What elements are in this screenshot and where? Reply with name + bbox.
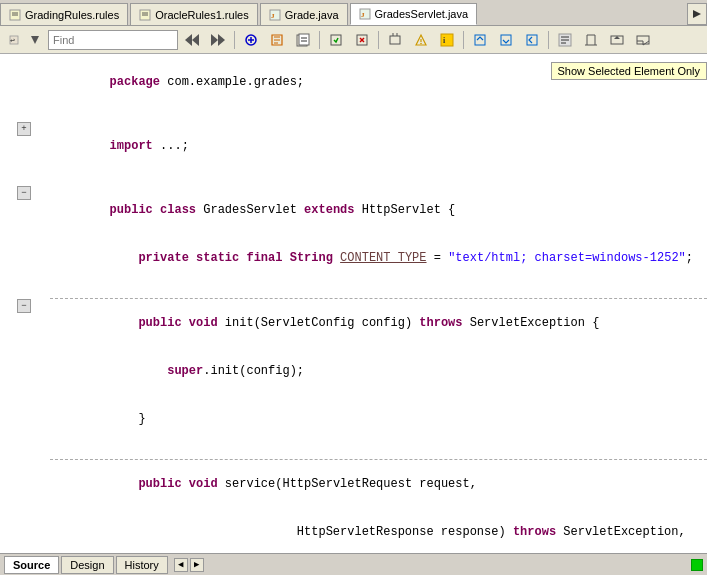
tab-grade[interactable]: J Grade.java	[260, 3, 348, 25]
svg-marker-13	[31, 36, 39, 44]
svg-text:J: J	[271, 12, 275, 20]
toolbar-btn15[interactable]	[631, 29, 655, 51]
svg-marker-16	[211, 34, 218, 46]
line-content-import: import ...;	[50, 122, 707, 170]
toolbar: ↩ i	[0, 26, 707, 54]
tooltip-show-selected: Show Selected Element Only	[551, 62, 707, 80]
status-tab-source-label: Source	[13, 559, 50, 571]
toolbar-btn11[interactable]	[520, 29, 544, 51]
toolbar-btn3[interactable]	[291, 29, 315, 51]
toolbar-btn14[interactable]	[605, 29, 629, 51]
rules-icon	[9, 9, 21, 21]
code-line-field: private static final String CONTENT_TYPE…	[0, 234, 707, 282]
svg-marker-17	[218, 34, 225, 46]
code-content: Show Selected Element Only package com.e…	[0, 54, 707, 553]
line-content-e3	[50, 282, 707, 298]
line-content-init-close: }	[50, 395, 707, 443]
tab-grade-label: Grade.java	[285, 9, 339, 21]
tab-oraclerules-label: OracleRules1.rules	[155, 9, 249, 21]
status-tab-source[interactable]: Source	[4, 556, 59, 574]
status-tab-design[interactable]: Design	[61, 556, 113, 574]
code-line-super: super.init(config);	[0, 347, 707, 395]
status-right	[691, 559, 703, 571]
tooltip-text: Show Selected Element Only	[558, 65, 700, 77]
toolbar-btn2[interactable]	[265, 29, 289, 51]
java-icon: J	[269, 9, 281, 21]
line-content-service1: public void service(HttpServletRequest r…	[50, 460, 707, 508]
line-content-super: super.init(config);	[50, 347, 707, 395]
rules-icon2	[139, 9, 151, 21]
svg-marker-14	[185, 34, 192, 46]
svg-rect-25	[331, 35, 341, 45]
tab-gradesservlet-label: GradesServlet.java	[375, 8, 469, 20]
svg-point-34	[420, 42, 422, 44]
class-fold-btn[interactable]: −	[17, 186, 31, 200]
toolbar-btn7[interactable]	[409, 29, 433, 51]
code-line-service2: HttpServletResponse response) throws Ser…	[0, 508, 707, 553]
code-area: Show Selected Element Only package com.e…	[0, 54, 707, 553]
svg-text:J: J	[361, 11, 365, 19]
import-fold-btn[interactable]: +	[17, 122, 31, 136]
green-indicator	[691, 559, 703, 571]
tab-gradingrules-label: GradingRules.rules	[25, 9, 119, 21]
toolbar-btn12[interactable]	[553, 29, 577, 51]
code-line-empty4	[0, 443, 707, 459]
toolbar-btn4[interactable]	[324, 29, 348, 51]
java-icon2: J	[359, 8, 371, 20]
status-tab-history[interactable]: History	[116, 556, 168, 574]
status-tab-history-label: History	[125, 559, 159, 571]
sep4	[463, 31, 464, 49]
toolbar-btn1[interactable]	[239, 29, 263, 51]
line-content-field: private static final String CONTENT_TYPE…	[50, 234, 707, 282]
sep2	[319, 31, 320, 49]
scroll-right-btn[interactable]: ▶	[190, 558, 204, 572]
nav-prev-btn[interactable]	[180, 29, 204, 51]
svg-text:↩: ↩	[10, 36, 15, 45]
tab-bar: GradingRules.rules OracleRules1.rules J …	[0, 0, 707, 26]
toolbar-back-btn[interactable]: ↩	[4, 29, 24, 51]
init-fold-btn[interactable]: −	[17, 299, 31, 313]
gutter-init: −	[0, 299, 50, 313]
search-box	[48, 30, 178, 50]
toolbar-btn10[interactable]	[494, 29, 518, 51]
search-input[interactable]	[53, 34, 173, 46]
code-line-init: − public void init(ServletConfig config)…	[0, 299, 707, 347]
tab-gradingrules[interactable]: GradingRules.rules	[0, 3, 128, 25]
toolbar-btn6[interactable]	[383, 29, 407, 51]
tab-oraclerules[interactable]: OracleRules1.rules	[130, 3, 258, 25]
status-tab-design-label: Design	[70, 559, 104, 571]
toolbar-dropdown-btn[interactable]	[26, 29, 44, 51]
gutter-import: +	[0, 122, 50, 136]
sep3	[378, 31, 379, 49]
line-content-service2: HttpServletResponse response) throws Ser…	[50, 508, 707, 553]
code-line-empty3	[0, 282, 707, 298]
line-content-class: public class GradesServlet extends HttpS…	[50, 186, 707, 234]
toolbar-btn13[interactable]	[579, 29, 603, 51]
code-line-import: + import ...;	[0, 122, 707, 170]
line-content-e2	[50, 170, 707, 186]
code-line-class: − public class GradesServlet extends Htt…	[0, 186, 707, 234]
toolbar-btn8[interactable]: i	[435, 29, 459, 51]
tab-scroll-right[interactable]	[687, 3, 707, 25]
tab-gradesservlet[interactable]: J GradesServlet.java	[350, 3, 478, 25]
svg-marker-15	[192, 34, 199, 46]
code-line-empty2	[0, 170, 707, 186]
line-content-e4	[50, 443, 707, 459]
status-bar: Source Design History ◀ ▶	[0, 553, 707, 575]
code-line-init-close: }	[0, 395, 707, 443]
toolbar-btn5[interactable]	[350, 29, 374, 51]
nav-next-btn[interactable]	[206, 29, 230, 51]
line-content-e1	[50, 106, 707, 122]
svg-marker-10	[693, 10, 701, 18]
sep5	[548, 31, 549, 49]
svg-rect-22	[299, 34, 309, 45]
sep1	[234, 31, 235, 49]
toolbar-btn9[interactable]	[468, 29, 492, 51]
line-content-init: public void init(ServletConfig config) t…	[50, 299, 707, 347]
code-line-service1: public void service(HttpServletRequest r…	[0, 460, 707, 508]
svg-rect-29	[390, 36, 400, 44]
gutter-class: −	[0, 186, 50, 200]
scroll-left-btn[interactable]: ◀	[174, 558, 188, 572]
status-scroll: ◀ ▶	[174, 558, 204, 572]
code-line-empty1	[0, 106, 707, 122]
